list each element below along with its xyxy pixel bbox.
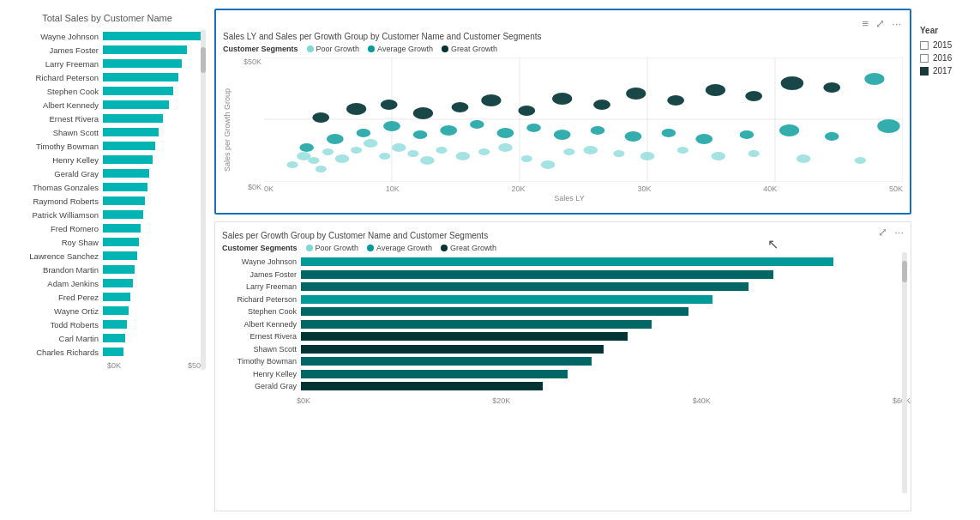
svg-point-18 <box>407 150 418 157</box>
year-checkbox-2017[interactable] <box>920 67 929 76</box>
bottom-legend-text-poor: Poor Growth <box>316 244 359 252</box>
svg-point-46 <box>625 131 642 142</box>
left-bar-fill <box>103 320 127 329</box>
year-item-2017[interactable]: 2017 <box>920 66 971 76</box>
left-bars-container: Wayne Johnson James Foster Larry Freeman… <box>9 30 206 358</box>
svg-point-21 <box>456 152 471 160</box>
left-bar-row: Lawrence Sanchez <box>9 250 206 262</box>
svg-point-15 <box>364 139 378 148</box>
left-bar-row: Roy Shaw <box>9 236 206 248</box>
bottom-bar-label: Wayne Johnson <box>219 257 297 267</box>
left-bar-fill <box>103 114 163 123</box>
left-bar-row: Brandon Martin <box>9 263 206 275</box>
left-bar-label: Wayne Ortiz <box>9 306 103 316</box>
svg-point-57 <box>452 102 469 112</box>
left-bar-label: Charles Richards <box>9 348 103 357</box>
left-bar-label: Todd Roberts <box>9 320 103 330</box>
bottom-bar-fill <box>301 382 543 390</box>
scatter-menu-icon[interactable]: ≡ <box>861 17 871 30</box>
svg-point-11 <box>322 148 334 155</box>
left-bar-label: Thomas Gonzales <box>9 183 103 192</box>
left-bar-wrap <box>103 320 206 329</box>
left-bar-wrap <box>103 32 206 40</box>
left-bar-wrap <box>103 142 206 150</box>
left-bar-fill <box>103 59 182 68</box>
left-bar-fill <box>103 348 123 356</box>
scatter-top-bar: ≡ ⤢ ··· <box>223 17 903 30</box>
bottom-bar-row <box>301 369 906 379</box>
left-bar-fill <box>103 45 187 54</box>
year-item-2016[interactable]: 2016 <box>920 53 971 63</box>
svg-point-65 <box>745 91 762 101</box>
left-bar-row: Timothy Bowman <box>9 140 206 152</box>
bottom-bar-label: Shawn Scott <box>219 344 297 354</box>
bottom-bar-label: Richard Peterson <box>219 294 297 305</box>
bottom-bar-fill <box>301 257 833 266</box>
svg-point-47 <box>662 129 676 137</box>
left-bar-row: Fred Perez <box>9 291 206 303</box>
bottom-more-icon[interactable]: ··· <box>893 226 905 239</box>
scatter-legend-poor: Poor Growth <box>307 45 360 53</box>
bottom-bar-row <box>301 257 906 267</box>
year-item-2015[interactable]: 2015 <box>920 40 971 50</box>
bottom-bar-fill <box>301 270 773 279</box>
svg-point-58 <box>481 94 501 106</box>
left-bar-fill <box>103 183 147 191</box>
left-bar-fill <box>103 128 159 136</box>
year-checkbox-2015[interactable] <box>920 41 929 50</box>
svg-point-12 <box>335 154 350 163</box>
scatter-title: Sales LY and Sales per Growth Group by C… <box>223 32 903 41</box>
left-scrollbar[interactable] <box>201 30 206 370</box>
left-bar-row: Raymond Roberts <box>9 195 206 207</box>
bottom-x-1: $20K <box>492 396 510 405</box>
main-container: Total Sales by Customer Name Wayne Johns… <box>0 0 980 520</box>
svg-point-63 <box>667 95 684 106</box>
left-bar-chart: Wayne Johnson James Foster Larry Freeman… <box>9 30 206 370</box>
bottom-bar-label: James Foster <box>219 269 297 280</box>
left-bar-label: Albert Kennedy <box>9 100 103 110</box>
left-scrollbar-thumb <box>201 47 206 73</box>
x-5: 50K <box>889 184 903 193</box>
svg-point-35 <box>299 143 314 152</box>
left-bar-label: Raymond Roberts <box>9 197 103 206</box>
left-bar-wrap <box>103 279 206 287</box>
bottom-bar-row <box>301 294 906 305</box>
svg-point-24 <box>521 155 532 162</box>
left-bar-fill <box>103 210 143 219</box>
scatter-chart: ≡ ⤢ ··· Sales LY and Sales per Growth Gr… <box>214 9 911 215</box>
bottom-chart-icons: ⤢ ··· <box>876 226 905 239</box>
left-bar-wrap <box>103 128 206 136</box>
left-bar-row: Todd Roberts <box>9 318 206 330</box>
left-bar-label: Richard Peterson <box>9 73 103 82</box>
scatter-body: Sales per Growth Group $50K <box>223 57 903 203</box>
scatter-x-axis: 0K 10K 20K 30K 40K 50K <box>264 184 903 193</box>
bottom-maximize-icon[interactable]: ⤢ <box>876 226 889 239</box>
svg-point-60 <box>552 93 572 105</box>
svg-point-67 <box>823 82 840 93</box>
left-bar-label: Lawrence Sanchez <box>9 251 103 261</box>
scatter-maximize-icon[interactable]: ⤢ <box>874 17 887 30</box>
bottom-bar-fill <box>301 307 688 316</box>
left-bar-fill <box>103 251 137 260</box>
bottom-bar-chart: ⤢ ··· Sales per Growth Group by Customer… <box>214 221 911 511</box>
bottom-bar-row <box>301 319 906 330</box>
left-bar-label: Shawn Scott <box>9 128 103 137</box>
left-chart-title: Total Sales by Customer Name <box>9 13 206 23</box>
svg-point-30 <box>677 147 688 154</box>
svg-point-48 <box>695 134 712 144</box>
left-bar-row: Adam Jenkins <box>9 277 206 289</box>
left-x-label-0: $0K <box>107 361 121 370</box>
year-legend-title: Year <box>920 26 971 35</box>
left-bar-wrap <box>103 293 206 301</box>
year-checkbox-2016[interactable] <box>920 54 929 63</box>
left-bar-fill <box>103 334 125 342</box>
bottom-bars-area <box>301 257 906 394</box>
bottom-scrollbar[interactable] <box>902 252 907 493</box>
svg-point-45 <box>591 126 605 135</box>
scatter-more-icon[interactable]: ··· <box>890 17 903 30</box>
bottom-legend-dot-poor <box>306 245 313 251</box>
left-bar-fill <box>103 197 145 205</box>
left-bar-label: Carl Martin <box>9 334 103 343</box>
left-bar-fill <box>103 100 169 109</box>
svg-point-38 <box>383 121 400 131</box>
